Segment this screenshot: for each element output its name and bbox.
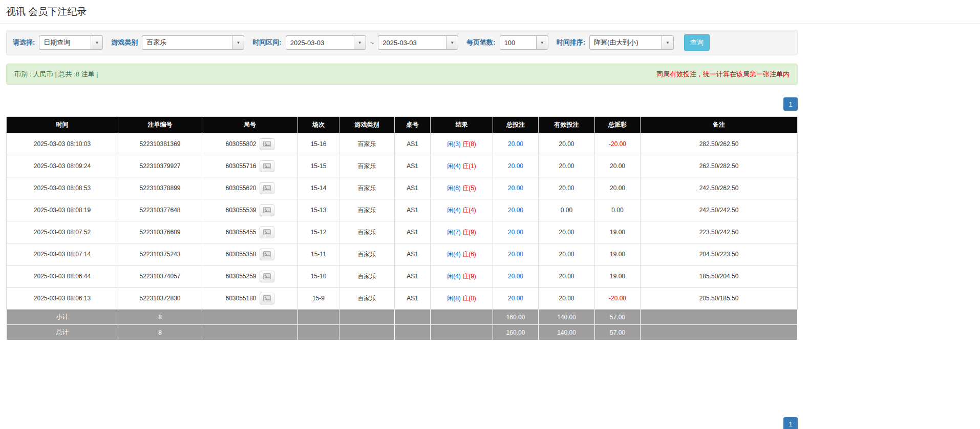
column-header-time: 时间 <box>7 117 118 133</box>
column-header-session: 场次 <box>298 117 339 133</box>
video-replay-button[interactable] <box>260 205 274 216</box>
page-1-button[interactable]: 1 <box>783 97 798 111</box>
cell-bet-id: 522310377648 <box>118 199 202 221</box>
result-player: 闲(7) <box>447 229 461 236</box>
cell-total-bet[interactable]: 20.00 <box>493 265 539 288</box>
video-icon <box>263 295 271 301</box>
search-button[interactable]: 查询 <box>684 34 710 51</box>
video-replay-button[interactable] <box>260 138 274 150</box>
page-size-input[interactable] <box>500 35 536 50</box>
cell-total-bet[interactable]: 20.00 <box>493 243 539 265</box>
cell-valid-bet: 20.00 <box>539 221 595 243</box>
video-icon <box>263 251 271 257</box>
game-type-dropdown-button[interactable]: ▼ <box>232 35 244 50</box>
cell-game-type: 百家乐 <box>339 133 395 155</box>
result-banker: 庄(4) <box>462 207 476 214</box>
cell-payout: 19.00 <box>595 221 641 243</box>
game-type-label: 游戏类别 <box>111 38 138 47</box>
video-icon <box>263 185 271 191</box>
cell-session: 15-10 <box>298 265 339 288</box>
date-to-input[interactable] <box>378 35 446 50</box>
video-replay-button[interactable] <box>260 182 274 194</box>
cell-bet-id: 522310374057 <box>118 265 202 288</box>
cell-total-bet[interactable]: 20.00 <box>493 177 539 199</box>
subtotal-payout: 57.00 <box>595 310 641 325</box>
time-sort-input[interactable] <box>589 35 662 50</box>
filter-bar: 请选择: ▼ 游戏类别 ▼ 时间区间: ▼ ~ ▼ 每页笔数: ▼ 时间排序: … <box>6 30 798 55</box>
cell-total-bet[interactable]: 20.00 <box>493 155 539 177</box>
page-1-button[interactable]: 1 <box>783 417 798 429</box>
pagination-bottom: 1 <box>6 417 798 429</box>
table-row: 2025-03-03 08:06:13 522310372830 6030551… <box>7 288 798 310</box>
page-size-label: 每页笔数: <box>466 38 495 47</box>
date-from-dropdown-button[interactable]: ▼ <box>354 35 366 50</box>
column-header-bet-id: 注单编号 <box>118 117 202 133</box>
cell-game-type: 百家乐 <box>339 155 395 177</box>
subtotal-valid-bet: 140.00 <box>539 310 595 325</box>
cell-round: 603055716 <box>202 155 298 177</box>
cell-result: 闲(7) 庄(9) <box>431 221 493 243</box>
subtotal-count: 8 <box>118 310 202 325</box>
cell-total-bet[interactable]: 20.00 <box>493 199 539 221</box>
cell-round: 603055620 <box>202 177 298 199</box>
video-icon <box>263 207 271 213</box>
result-player: 闲(8) <box>447 295 461 302</box>
page-header: 视讯 会员下注纪录 <box>0 0 980 24</box>
game-type-input[interactable] <box>142 35 232 50</box>
result-player: 闲(6) <box>447 185 461 192</box>
query-type-dropdown-button[interactable]: ▼ <box>91 35 103 50</box>
cell-total-bet[interactable]: 20.00 <box>493 221 539 243</box>
date-from-input[interactable] <box>286 35 354 50</box>
round-id-text: 603055358 <box>225 251 256 258</box>
video-icon <box>263 273 271 279</box>
date-to-dropdown-button[interactable]: ▼ <box>446 35 458 50</box>
chevron-down-icon: ▼ <box>450 40 454 45</box>
cell-table-no: AS1 <box>395 155 431 177</box>
total-payout: 57.00 <box>595 325 641 340</box>
page-title: 视讯 会员下注纪录 <box>6 5 974 18</box>
date-from-combobox: ▼ <box>286 35 366 50</box>
video-replay-button[interactable] <box>260 293 274 304</box>
cell-game-type: 百家乐 <box>339 265 395 288</box>
query-type-input[interactable] <box>39 35 91 50</box>
table-row: 2025-03-03 08:08:19 522310377648 6030555… <box>7 199 798 221</box>
cell-time: 2025-03-03 08:09:24 <box>7 155 118 177</box>
cell-session: 15-15 <box>298 155 339 177</box>
video-replay-button[interactable] <box>260 160 274 172</box>
summary-notice-text: 同局有效投注，统一计算在该局第一张注单内 <box>656 70 790 79</box>
result-banker: 庄(8) <box>462 140 476 148</box>
chevron-down-icon: ▼ <box>358 40 362 45</box>
round-id-text: 603055802 <box>225 140 256 148</box>
cell-table-no: AS1 <box>395 243 431 265</box>
video-replay-button[interactable] <box>260 249 274 260</box>
chevron-down-icon: ▼ <box>666 40 670 45</box>
result-banker: 庄(0) <box>462 295 476 302</box>
cell-remark: 242.50/242.50 <box>641 199 798 221</box>
column-header-total-bet: 总投注 <box>493 117 539 133</box>
page-size-dropdown-button[interactable]: ▼ <box>536 35 548 50</box>
column-header-game-type: 游戏类别 <box>339 117 395 133</box>
video-replay-button[interactable] <box>260 227 274 238</box>
cell-time: 2025-03-03 08:06:44 <box>7 265 118 288</box>
date-to-combobox: ▼ <box>378 35 458 50</box>
time-sort-dropdown-button[interactable]: ▼ <box>662 35 674 50</box>
cell-remark: 223.50/242.50 <box>641 221 798 243</box>
video-replay-button[interactable] <box>260 271 274 282</box>
cell-bet-id: 522310379927 <box>118 155 202 177</box>
total-count: 8 <box>118 325 202 340</box>
cell-bet-id: 522310372830 <box>118 288 202 310</box>
chevron-down-icon: ▼ <box>540 40 544 45</box>
column-header-round: 局号 <box>202 117 298 133</box>
total-total-bet: 160.00 <box>493 325 539 340</box>
result-banker: 庄(9) <box>462 273 476 280</box>
table-row: 2025-03-03 08:06:44 522310374057 6030552… <box>7 265 798 288</box>
cell-total-bet[interactable]: 20.00 <box>493 288 539 310</box>
cell-round: 603055180 <box>202 288 298 310</box>
round-id-text: 603055620 <box>225 185 256 192</box>
cell-time: 2025-03-03 08:08:19 <box>7 199 118 221</box>
cell-time: 2025-03-03 08:06:13 <box>7 288 118 310</box>
cell-total-bet[interactable]: 20.00 <box>493 133 539 155</box>
cell-payout: 19.00 <box>595 265 641 288</box>
cell-payout: 19.00 <box>595 243 641 265</box>
cell-payout: 0.00 <box>595 199 641 221</box>
